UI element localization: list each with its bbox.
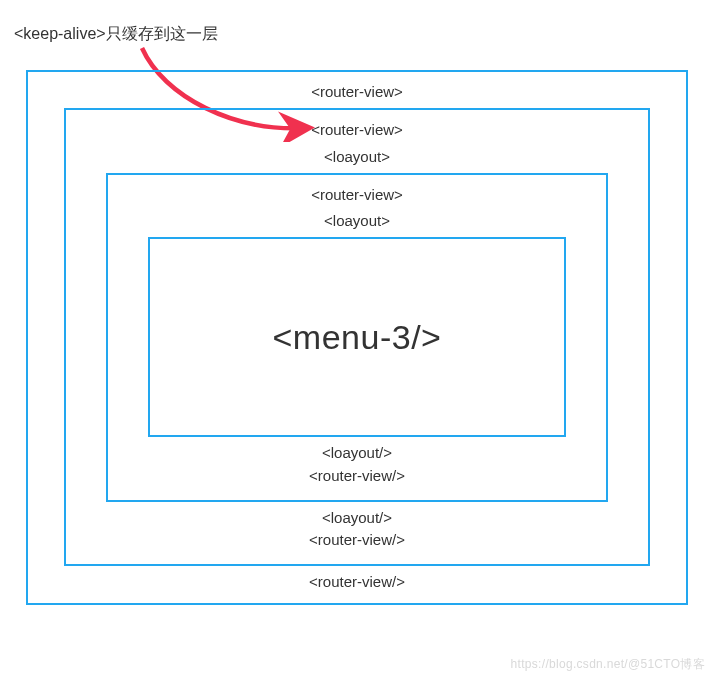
level-2-top-label-2: <loayout> bbox=[106, 147, 608, 167]
level-3-top-label-1: <router-view> bbox=[148, 185, 566, 205]
level-2-top-label-1: <router-view> bbox=[106, 120, 608, 140]
level-2-bottom-label-2: <router-view/> bbox=[106, 530, 608, 550]
menu-content: <menu-3/> bbox=[273, 318, 442, 357]
level-1-top-label: <router-view> bbox=[64, 82, 650, 102]
level-3-bottom-label-1: <loayout/> bbox=[148, 443, 566, 463]
level-3-top-label-2: <loayout> bbox=[148, 211, 566, 231]
watermark-text: https://blog.csdn.net/@51CTO博客 bbox=[511, 656, 705, 673]
level-3-box: <router-view> <loayout> <menu-3/> <loayo… bbox=[106, 173, 608, 502]
level-3-bottom-label-2: <router-view/> bbox=[148, 466, 566, 486]
level-2-box: <router-view> <loayout> <router-view> <l… bbox=[64, 108, 650, 566]
level-4-box: <menu-3/> bbox=[148, 237, 566, 437]
nesting-diagram: <router-view> <router-view> <loayout> <r… bbox=[26, 70, 688, 605]
level-1-bottom-label: <router-view/> bbox=[64, 572, 650, 592]
level-1-box: <router-view> <router-view> <loayout> <r… bbox=[26, 70, 688, 605]
level-2-bottom-label-1: <loayout/> bbox=[106, 508, 608, 528]
caption-text: <keep-alive>只缓存到这一层 bbox=[14, 24, 218, 45]
